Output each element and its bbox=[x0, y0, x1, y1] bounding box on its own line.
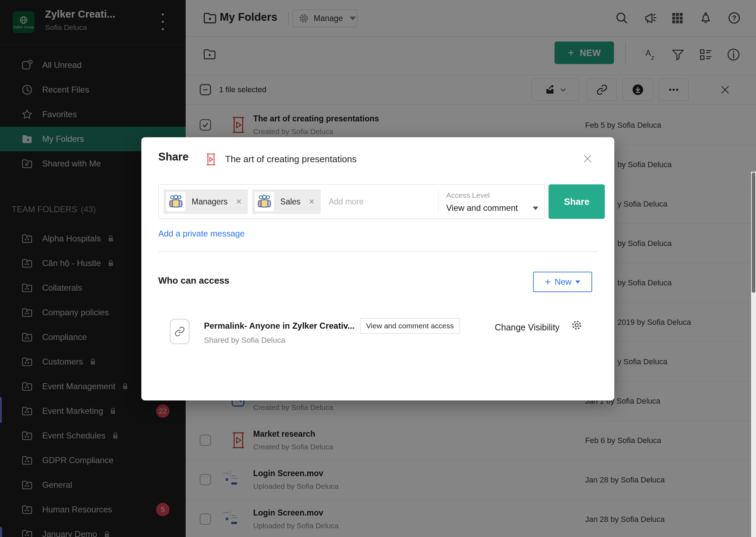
group-icon bbox=[254, 191, 275, 212]
new-access-button[interactable]: + New bbox=[533, 272, 592, 292]
permalink-title-bold: Zylker Creativ... bbox=[292, 321, 354, 331]
chevron-down-icon[interactable] bbox=[533, 207, 538, 210]
permalink-shared-by: Shared by Sofia Deluca bbox=[204, 336, 285, 345]
add-more-placeholder[interactable]: Add more bbox=[328, 197, 364, 207]
dialog-divider bbox=[158, 251, 597, 252]
share-dialog: Share The art of creating presentations … bbox=[141, 137, 614, 400]
scrollbar-thumb[interactable] bbox=[752, 172, 755, 293]
access-level-divider bbox=[438, 190, 439, 214]
who-can-access-heading: Who can access bbox=[158, 275, 229, 286]
app-root: Zylker Group Zylker Creati... Sofia Delu… bbox=[0, 0, 756, 537]
remove-chip-icon[interactable]: × bbox=[236, 197, 242, 207]
video-file-icon bbox=[205, 153, 217, 166]
close-icon[interactable] bbox=[582, 153, 594, 165]
access-level-label: Access Level bbox=[446, 191, 490, 200]
permalink-icon-tile bbox=[170, 319, 190, 344]
share-submit-button[interactable]: Share bbox=[549, 184, 605, 219]
group-icon bbox=[166, 191, 186, 212]
permalink-access-badge[interactable]: View and comment access bbox=[360, 318, 460, 334]
gear-icon[interactable] bbox=[571, 320, 583, 331]
change-visibility-button[interactable]: Change Visibility bbox=[495, 322, 559, 333]
chip-label: Managers bbox=[192, 197, 228, 207]
chevron-down-icon bbox=[575, 280, 580, 284]
new-access-label: New bbox=[555, 277, 571, 287]
recipient-chip-managers[interactable]: Managers × bbox=[164, 189, 248, 214]
share-recipients-input[interactable]: Managers × Sales × Add more Access Level… bbox=[158, 184, 545, 219]
recipient-chip-sales[interactable]: Sales × bbox=[252, 189, 321, 214]
remove-chip-icon[interactable]: × bbox=[309, 197, 315, 207]
chip-label: Sales bbox=[280, 197, 301, 207]
access-level-select[interactable]: View and comment bbox=[446, 203, 518, 213]
permalink-entry: Permalink- Anyone in Zylker Creativ... V… bbox=[204, 318, 460, 334]
plus-icon: + bbox=[545, 277, 551, 287]
permalink-title: Permalink- Anyone in bbox=[204, 321, 292, 331]
add-private-message-link[interactable]: Add a private message bbox=[158, 229, 244, 239]
dialog-title: Share bbox=[158, 151, 188, 163]
link-icon bbox=[174, 326, 185, 337]
dialog-file-name: The art of creating presentations bbox=[225, 154, 357, 165]
